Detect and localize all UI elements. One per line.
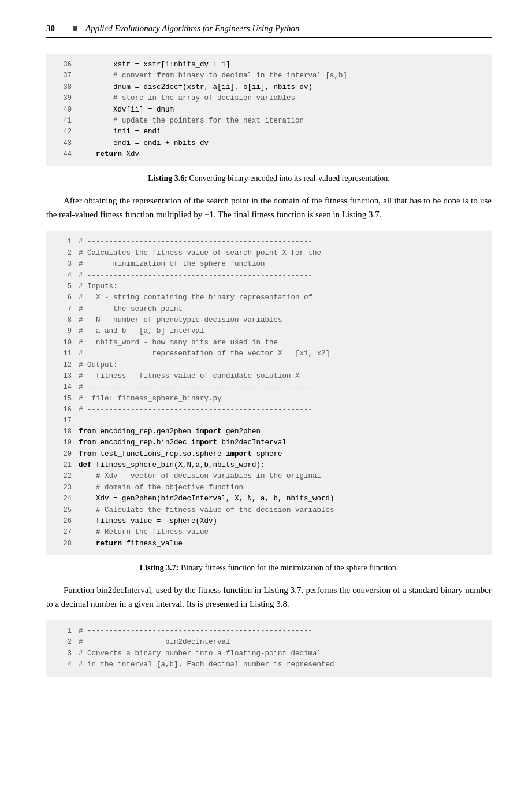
line-number: 36 [55,60,72,70]
line-code: # Xdv - vector of decision variables in … [79,471,321,482]
code-line: 28 return fitness_value [55,539,482,550]
paragraph-1: After obtaining the representation of th… [46,194,492,221]
line-code: fitness_value = -sphere(Xdv) [79,516,217,527]
line-number: 7 [55,304,72,315]
code-line: 37 # convert from binary to decimal in t… [55,70,482,81]
line-number: 5 [55,281,72,292]
line-number: 3 [55,648,72,659]
line-number: 42 [55,127,72,138]
listing-37-caption: Listing 3.7: Binary fitness function for… [46,563,492,573]
listing-37-caption-text: Binary fitness function for the minimiza… [178,563,398,572]
line-code: # Calculates the fitness value of search… [79,248,321,259]
line-code: # nbits_word - how many bits are used in… [79,337,278,348]
listing-36-caption: Listing 3.6: Converting binary encoded i… [46,174,492,183]
code-line: 13# fitness - fitness value of candidate… [55,371,482,382]
line-number: 3 [55,259,72,270]
line-code: # store in the array of decision variabl… [79,93,295,104]
listing-36-code: 36 xstr = xstr[1:nbits_dv + 1]37 # conve… [46,54,492,166]
code-line: 20from test_functions_rep.so.sphere impo… [55,449,482,460]
line-number: 21 [55,460,72,471]
code-line: 17 [55,415,482,426]
line-code: from test_functions_rep.so.sphere import… [79,449,282,460]
code-line: 38 dnum = disc2decf(xstr, a[ii], b[ii], … [55,82,482,93]
code-line: 2# Calculates the fitness value of searc… [55,248,482,259]
paragraph-2: Function bin2decInterval, used by the fi… [46,583,492,611]
line-code: # domain of the objective function [79,482,243,493]
line-code: # Inputs: [79,281,118,292]
line-number: 16 [55,404,72,415]
line-code: xstr = xstr[1:nbits_dv + 1] [79,60,230,70]
line-code: # Return the fitness value [79,527,209,538]
line-number: 2 [55,637,72,648]
code-line: 36 xstr = xstr[1:nbits_dv + 1] [55,60,482,70]
line-number: 13 [55,371,72,382]
code-line: 23 # domain of the objective function [55,482,482,493]
line-number: 6 [55,292,72,303]
line-number: 22 [55,471,72,482]
line-code: # X - string containing the binary repre… [79,292,312,303]
line-code: # file: fitness_sphere_binary.py [79,394,222,404]
code-line: 6# X - string containing the binary repr… [55,292,482,303]
line-number: 39 [55,93,72,104]
code-line: 16# ------------------------------------… [55,404,482,415]
line-code: from encoding_rep.gen2phen import gen2ph… [79,426,261,437]
listing-37-code: 1# -------------------------------------… [46,231,492,555]
code-line: 25 # Calculate the fitness value of the … [55,505,482,516]
code-line: 40 Xdv[ii] = dnum [55,105,482,116]
line-number: 9 [55,326,72,337]
line-number: 2 [55,248,72,259]
line-code: # in the interval [a,b]. Each decimal nu… [79,659,334,670]
line-number: 24 [55,493,72,504]
line-code: Xdv = gen2phen(bin2decInterval, X, N, a,… [79,493,334,504]
code-line: 4# -------------------------------------… [55,270,482,281]
code-line: 24 Xdv = gen2phen(bin2decInterval, X, N,… [55,493,482,504]
page-number: 30 [46,24,55,34]
line-number: 4 [55,270,72,281]
line-code: # a and b - [a, b] interval [79,326,204,337]
code-line: 44 return Xdv [55,149,482,160]
line-number: 44 [55,149,72,160]
code-line: 26 fitness_value = -sphere(Xdv) [55,516,482,527]
code-line: 42 inii = endi [55,127,482,138]
code-line: 43 endi = endi + nbits_dv [55,138,482,149]
line-code: # representation of the vector X = [x1, … [79,348,330,359]
line-code: # --------------------------------------… [79,236,312,247]
line-code: def fitness_sphere_bin(X,N,a,b,nbits_wor… [79,460,265,471]
code-line: 7# the search point [55,304,482,315]
line-number: 12 [55,360,72,371]
line-code: # --------------------------------------… [79,382,312,393]
line-number: 28 [55,539,72,550]
code-line: 41 # update the pointers for the next it… [55,116,482,127]
line-code: return fitness_value [79,539,183,550]
code-line: 2# bin2decInterval [55,637,482,648]
header-bullet: ◾ [70,23,81,34]
code-line: 8# N - number of phenotypic decision var… [55,315,482,326]
line-number: 11 [55,348,72,359]
listing-36-caption-label: Listing 3.6: [148,174,187,183]
code-line: 10# nbits_word - how many bits are used … [55,337,482,348]
line-number: 15 [55,394,72,404]
line-number: 27 [55,527,72,538]
code-line: 1# -------------------------------------… [55,626,482,637]
listing-38-code: 1# -------------------------------------… [46,620,492,677]
line-code: # the search point [79,304,183,315]
line-code: inii = endi [79,127,161,138]
code-line: 15# file: fitness_sphere_binary.py [55,394,482,404]
line-code: # minimization of the sphere function [79,259,265,270]
line-code: # convert from binary to decimal in the … [79,70,347,81]
line-number: 18 [55,426,72,437]
line-code: # bin2decInterval [79,637,230,648]
line-code: # update the pointers for the next itera… [79,116,304,127]
line-code: # Output: [79,360,118,371]
line-number: 26 [55,516,72,527]
code-line: 21def fitness_sphere_bin(X,N,a,b,nbits_w… [55,460,482,471]
code-line: 14# ------------------------------------… [55,382,482,393]
line-code: # --------------------------------------… [79,270,312,281]
code-line: 3# minimization of the sphere function [55,259,482,270]
line-number: 10 [55,337,72,348]
line-code: return Xdv [79,149,139,160]
line-code: # --------------------------------------… [79,404,312,415]
code-line: 39 # store in the array of decision vari… [55,93,482,104]
line-number: 19 [55,437,72,448]
line-number: 14 [55,382,72,393]
